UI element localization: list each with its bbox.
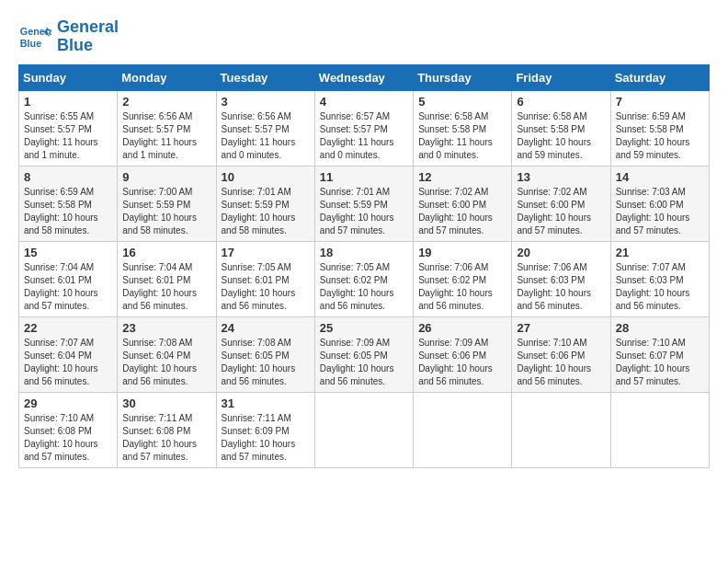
day-info: Sunrise: 7:10 AM Sunset: 6:06 PM Dayligh… [517,337,605,388]
day-info: Sunrise: 7:02 AM Sunset: 6:00 PM Dayligh… [418,186,506,237]
day-number: 23 [122,321,210,335]
day-info: Sunrise: 7:08 AM Sunset: 6:04 PM Dayligh… [122,337,210,388]
day-number: 20 [517,246,605,259]
day-info: Sunrise: 7:01 AM Sunset: 5:59 PM Dayligh… [320,186,408,237]
day-info: Sunrise: 6:59 AM Sunset: 5:58 PM Dayligh… [616,110,704,162]
header-wednesday: Wednesday [314,64,413,90]
day-info: Sunrise: 7:04 AM Sunset: 6:01 PM Dayligh… [24,261,112,313]
calendar-cell: 1 Sunrise: 6:55 AM Sunset: 5:57 PM Dayli… [19,90,118,166]
day-number: 16 [122,246,210,259]
day-info: Sunrise: 7:09 AM Sunset: 6:06 PM Dayligh… [418,337,506,388]
day-number: 6 [517,95,605,109]
header-sunday: Sunday [19,64,118,90]
calendar-cell [512,392,610,467]
calendar-cell: 8 Sunrise: 6:59 AM Sunset: 5:58 PM Dayli… [19,166,118,241]
calendar-cell: 16 Sunrise: 7:04 AM Sunset: 6:01 PM Dayl… [118,241,216,316]
day-info: Sunrise: 7:00 AM Sunset: 5:59 PM Dayligh… [122,186,210,237]
logo-text: GeneralBlue [57,18,119,55]
calendar-cell: 30 Sunrise: 7:11 AM Sunset: 6:08 PM Dayl… [118,392,216,467]
page-header: General Blue GeneralBlue [18,18,710,55]
header-friday: Friday [512,64,610,90]
day-number: 9 [122,170,210,184]
day-info: Sunrise: 7:01 AM Sunset: 5:59 PM Dayligh… [222,186,310,237]
day-info: Sunrise: 6:56 AM Sunset: 5:57 PM Dayligh… [222,110,310,162]
calendar-week-4: 22 Sunrise: 7:07 AM Sunset: 6:04 PM Dayl… [19,316,710,392]
day-number: 30 [122,396,210,410]
calendar-cell: 11 Sunrise: 7:01 AM Sunset: 5:59 PM Dayl… [314,166,413,241]
day-number: 29 [24,396,112,410]
header-monday: Monday [118,64,216,90]
svg-text:Blue: Blue [20,38,41,49]
calendar-week-2: 8 Sunrise: 6:59 AM Sunset: 5:58 PM Dayli… [19,166,710,241]
calendar-cell [414,392,512,467]
day-info: Sunrise: 7:05 AM Sunset: 6:01 PM Dayligh… [222,261,310,313]
calendar-cell: 25 Sunrise: 7:09 AM Sunset: 6:05 PM Dayl… [314,316,413,392]
day-info: Sunrise: 7:06 AM Sunset: 6:02 PM Dayligh… [418,261,506,313]
day-number: 27 [517,321,605,335]
calendar-cell: 13 Sunrise: 7:02 AM Sunset: 6:00 PM Dayl… [512,166,610,241]
header-saturday: Saturday [610,64,709,90]
day-info: Sunrise: 7:09 AM Sunset: 6:05 PM Dayligh… [320,337,408,388]
calendar-cell: 6 Sunrise: 6:58 AM Sunset: 5:58 PM Dayli… [512,90,610,166]
calendar-cell [314,392,413,467]
calendar-cell: 20 Sunrise: 7:06 AM Sunset: 6:03 PM Dayl… [512,241,610,316]
day-info: Sunrise: 7:05 AM Sunset: 6:02 PM Dayligh… [320,261,408,313]
day-info: Sunrise: 7:04 AM Sunset: 6:01 PM Dayligh… [122,261,210,313]
calendar-cell: 9 Sunrise: 7:00 AM Sunset: 5:59 PM Dayli… [118,166,216,241]
calendar-cell: 21 Sunrise: 7:07 AM Sunset: 6:03 PM Dayl… [610,241,709,316]
calendar-cell: 23 Sunrise: 7:08 AM Sunset: 6:04 PM Dayl… [118,316,216,392]
calendar-cell: 5 Sunrise: 6:58 AM Sunset: 5:58 PM Dayli… [414,90,512,166]
day-info: Sunrise: 7:07 AM Sunset: 6:03 PM Dayligh… [616,261,704,313]
day-number: 17 [222,246,310,259]
calendar-cell: 15 Sunrise: 7:04 AM Sunset: 6:01 PM Dayl… [19,241,118,316]
day-info: Sunrise: 7:07 AM Sunset: 6:04 PM Dayligh… [24,337,112,388]
calendar-cell: 28 Sunrise: 7:10 AM Sunset: 6:07 PM Dayl… [610,316,709,392]
day-number: 24 [222,321,310,335]
calendar-cell: 19 Sunrise: 7:06 AM Sunset: 6:02 PM Dayl… [414,241,512,316]
day-info: Sunrise: 7:10 AM Sunset: 6:08 PM Dayligh… [24,412,112,464]
calendar-cell: 22 Sunrise: 7:07 AM Sunset: 6:04 PM Dayl… [19,316,118,392]
calendar-table: Sunday Monday Tuesday Wednesday Thursday… [18,64,710,468]
calendar-cell: 29 Sunrise: 7:10 AM Sunset: 6:08 PM Dayl… [19,392,118,467]
header-tuesday: Tuesday [216,64,314,90]
day-number: 4 [320,95,408,109]
day-info: Sunrise: 7:06 AM Sunset: 6:03 PM Dayligh… [517,261,605,313]
day-info: Sunrise: 6:55 AM Sunset: 5:57 PM Dayligh… [24,110,112,162]
day-info: Sunrise: 7:10 AM Sunset: 6:07 PM Dayligh… [616,337,704,388]
calendar-cell: 3 Sunrise: 6:56 AM Sunset: 5:57 PM Dayli… [216,90,314,166]
day-number: 11 [320,170,408,184]
day-number: 3 [222,95,310,109]
calendar-week-1: 1 Sunrise: 6:55 AM Sunset: 5:57 PM Dayli… [19,90,710,166]
weekday-header-row: Sunday Monday Tuesday Wednesday Thursday… [19,64,710,90]
day-number: 31 [222,396,310,410]
day-number: 19 [418,246,506,259]
day-number: 13 [517,170,605,184]
day-info: Sunrise: 7:11 AM Sunset: 6:09 PM Dayligh… [222,412,310,464]
day-number: 14 [616,170,704,184]
calendar-cell: 12 Sunrise: 7:02 AM Sunset: 6:00 PM Dayl… [414,166,512,241]
day-info: Sunrise: 6:56 AM Sunset: 5:57 PM Dayligh… [122,110,210,162]
calendar-cell: 7 Sunrise: 6:59 AM Sunset: 5:58 PM Dayli… [610,90,709,166]
day-number: 10 [222,170,310,184]
calendar-week-3: 15 Sunrise: 7:04 AM Sunset: 6:01 PM Dayl… [19,241,710,316]
calendar-cell: 31 Sunrise: 7:11 AM Sunset: 6:09 PM Dayl… [216,392,314,467]
day-info: Sunrise: 7:02 AM Sunset: 6:00 PM Dayligh… [517,186,605,237]
day-number: 7 [616,95,704,109]
day-info: Sunrise: 6:58 AM Sunset: 5:58 PM Dayligh… [517,110,605,162]
day-number: 2 [122,95,210,109]
day-info: Sunrise: 7:03 AM Sunset: 6:00 PM Dayligh… [616,186,704,237]
day-number: 8 [24,170,112,184]
day-info: Sunrise: 6:59 AM Sunset: 5:58 PM Dayligh… [24,186,112,237]
calendar-cell: 18 Sunrise: 7:05 AM Sunset: 6:02 PM Dayl… [314,241,413,316]
logo-icon: General Blue [18,20,51,53]
day-number: 28 [616,321,704,335]
calendar-cell: 17 Sunrise: 7:05 AM Sunset: 6:01 PM Dayl… [216,241,314,316]
calendar-cell: 4 Sunrise: 6:57 AM Sunset: 5:57 PM Dayli… [314,90,413,166]
header-thursday: Thursday [414,64,512,90]
calendar-cell: 24 Sunrise: 7:08 AM Sunset: 6:05 PM Dayl… [216,316,314,392]
day-info: Sunrise: 7:08 AM Sunset: 6:05 PM Dayligh… [222,337,310,388]
day-number: 21 [616,246,704,259]
calendar-cell [610,392,709,467]
day-info: Sunrise: 7:11 AM Sunset: 6:08 PM Dayligh… [122,412,210,464]
calendar-cell: 27 Sunrise: 7:10 AM Sunset: 6:06 PM Dayl… [512,316,610,392]
